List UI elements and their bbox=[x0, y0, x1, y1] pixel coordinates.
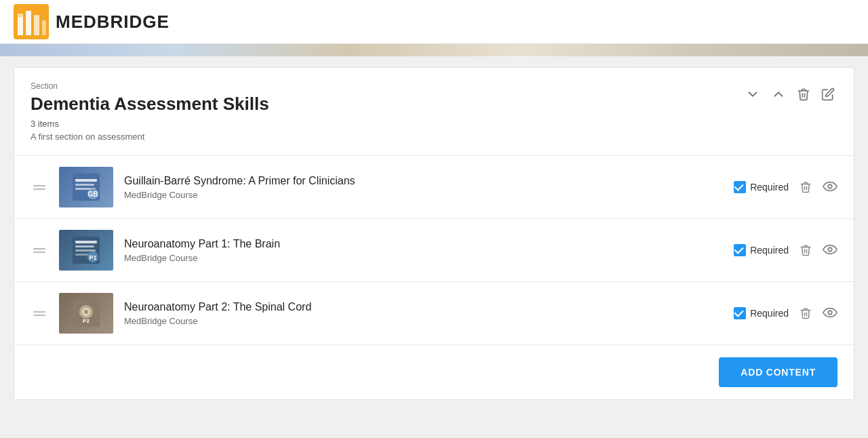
delete-item-button[interactable] bbox=[797, 178, 814, 197]
svg-text:P1: P1 bbox=[89, 254, 96, 261]
delete-item-button[interactable] bbox=[797, 304, 814, 323]
item-thumbnail: P1 bbox=[59, 230, 113, 271]
visibility-button[interactable] bbox=[823, 306, 837, 321]
svg-point-12 bbox=[828, 184, 832, 188]
move-down-button[interactable] bbox=[743, 84, 763, 104]
banner-image bbox=[0, 44, 868, 56]
logo: MEDBRIDGE bbox=[14, 4, 170, 39]
drag-handle[interactable] bbox=[31, 185, 48, 190]
delete-section-button[interactable] bbox=[794, 84, 813, 104]
item-title: Neuroanatomy Part 1: The Brain bbox=[124, 238, 723, 250]
item-info: Neuroanatomy Part 2: The Spinal Cord Med… bbox=[124, 301, 723, 326]
item-controls: Required bbox=[734, 178, 837, 197]
required-check: Required bbox=[734, 244, 789, 256]
item-thumbnail: P2 bbox=[59, 293, 113, 334]
item-title: Neuroanatomy Part 2: The Spinal Cord bbox=[124, 301, 723, 313]
svg-rect-3 bbox=[26, 11, 31, 35]
content-items-list: GB Guillain-Barré Syndrome: A Primer for… bbox=[14, 156, 854, 345]
item-title: Guillain-Barré Syndrome: A Primer for Cl… bbox=[124, 175, 723, 187]
item-info: Guillain-Barré Syndrome: A Primer for Cl… bbox=[124, 175, 723, 200]
medbridge-logo-icon bbox=[14, 4, 49, 39]
svg-rect-16 bbox=[75, 250, 96, 252]
item-controls: Required bbox=[734, 241, 837, 260]
item-type: MedBridge Course bbox=[124, 190, 723, 200]
required-check: Required bbox=[734, 181, 789, 193]
edit-section-button[interactable] bbox=[818, 85, 837, 104]
required-checkbox[interactable] bbox=[734, 244, 746, 256]
app-header: MEDBRIDGE bbox=[0, 0, 868, 44]
table-row: GB Guillain-Barré Syndrome: A Primer for… bbox=[14, 156, 854, 219]
svg-point-20 bbox=[828, 247, 832, 252]
drag-handle[interactable] bbox=[31, 248, 48, 253]
svg-point-24 bbox=[84, 310, 88, 314]
required-label: Required bbox=[750, 245, 789, 256]
main-content: Section Dementia Assessment Skills 3 ite… bbox=[0, 56, 868, 411]
add-content-button[interactable]: ADD CONTENT bbox=[719, 357, 837, 387]
section-info: Section Dementia Assessment Skills 3 ite… bbox=[31, 81, 269, 142]
required-checkbox[interactable] bbox=[734, 181, 746, 193]
required-label: Required bbox=[750, 308, 789, 319]
section-card: Section Dementia Assessment Skills 3 ite… bbox=[14, 67, 854, 400]
item-thumbnail: GB bbox=[59, 167, 113, 207]
logo-text: MEDBRIDGE bbox=[56, 12, 170, 33]
svg-text:GB: GB bbox=[88, 191, 98, 198]
required-label: Required bbox=[750, 182, 789, 193]
required-checkbox[interactable] bbox=[734, 307, 746, 319]
table-row: P1 Neuroanatomy Part 1: The Brain MedBri… bbox=[14, 219, 854, 282]
svg-rect-7 bbox=[75, 179, 97, 182]
svg-rect-15 bbox=[75, 245, 94, 247]
item-info: Neuroanatomy Part 1: The Brain MedBridge… bbox=[124, 238, 723, 263]
move-up-button[interactable] bbox=[768, 84, 789, 104]
item-type: MedBridge Course bbox=[124, 253, 723, 263]
svg-rect-8 bbox=[75, 184, 94, 186]
svg-rect-4 bbox=[34, 15, 39, 35]
drag-handle[interactable] bbox=[31, 311, 48, 316]
svg-rect-1 bbox=[18, 18, 23, 35]
section-actions bbox=[743, 81, 837, 104]
visibility-button[interactable] bbox=[823, 243, 837, 258]
section-label: Section bbox=[31, 81, 269, 91]
section-count: 3 items bbox=[31, 119, 269, 129]
table-row: P2 Neuroanatomy Part 2: The Spinal Cord … bbox=[14, 282, 854, 345]
svg-text:P2: P2 bbox=[83, 318, 90, 324]
visibility-button[interactable] bbox=[823, 180, 837, 195]
svg-point-26 bbox=[828, 311, 832, 315]
delete-item-button[interactable] bbox=[797, 241, 814, 260]
required-check: Required bbox=[734, 307, 789, 319]
svg-rect-14 bbox=[75, 241, 97, 243]
section-header: Section Dementia Assessment Skills 3 ite… bbox=[14, 68, 854, 156]
add-content-row: ADD CONTENT bbox=[14, 345, 854, 399]
section-title: Dementia Assessment Skills bbox=[31, 94, 269, 115]
section-description: A first section on assessment bbox=[31, 132, 269, 142]
svg-rect-5 bbox=[42, 20, 46, 35]
item-type: MedBridge Course bbox=[124, 316, 723, 326]
item-controls: Required bbox=[734, 304, 837, 323]
svg-rect-2 bbox=[18, 14, 23, 19]
